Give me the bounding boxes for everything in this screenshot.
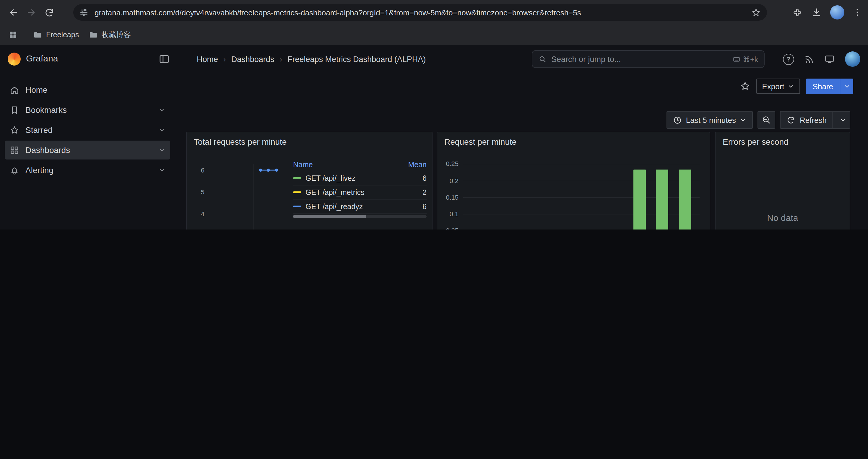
legend-col-mean[interactable]: Mean <box>401 161 427 169</box>
bookmark-star-icon[interactable] <box>751 7 761 18</box>
series-color-swatch <box>293 205 301 207</box>
sidebar-item-starred[interactable]: Starred <box>5 121 170 139</box>
sidebar-item-bookmarks[interactable]: Bookmarks <box>5 100 170 119</box>
browser-toolbar: grafana.mathmast.com/d/deytv4rwavabkb/fr… <box>0 0 868 25</box>
refresh-label: Refresh <box>800 116 827 124</box>
series-name[interactable]: GET /api/_readyz <box>306 202 401 210</box>
button-divider <box>832 112 833 128</box>
legend-scrollbar[interactable] <box>293 215 427 218</box>
breadcrumb-separator: › <box>223 55 226 64</box>
help-icon[interactable]: ? <box>783 54 794 65</box>
panel-request-per-minute: Request per minute 0.25 0.2 0.15 0.1 0.0… <box>437 132 710 230</box>
bookmark-label: Freeleaps <box>46 31 79 39</box>
breadcrumb-dashboards[interactable]: Dashboards <box>231 55 275 64</box>
search-input[interactable]: Search or jump to... ⌘+k <box>532 50 765 68</box>
scrollbar-thumb[interactable] <box>293 215 367 218</box>
refresh-icon <box>787 116 796 124</box>
zoom-out-button[interactable] <box>758 111 776 129</box>
sidebar-toggle-button[interactable] <box>158 53 170 65</box>
dashboard-actions: Export Share <box>740 78 853 94</box>
monitor-icon[interactable] <box>824 54 835 64</box>
reload-button[interactable] <box>40 4 58 21</box>
chevron-down-icon[interactable] <box>158 146 165 154</box>
series-mean-value: 6 <box>401 202 427 210</box>
breadcrumb: Home › Dashboards › Freeleaps Metrics Da… <box>197 45 426 73</box>
sidebar-item-home[interactable]: Home <box>5 80 170 99</box>
clock-icon <box>673 116 682 124</box>
breadcrumb-home[interactable]: Home <box>197 55 218 64</box>
bookmarks-bar: Freeleaps 收藏博客 <box>0 25 868 45</box>
downloads-icon[interactable] <box>811 7 822 18</box>
series-color-swatch <box>293 191 301 193</box>
brand-title: Grafana <box>26 53 58 63</box>
rss-icon[interactable] <box>804 54 814 64</box>
legend-table: Name Mean GET /api/_livez 6 GET /api/_me… <box>293 158 427 214</box>
y-axis-label: 5 <box>189 189 205 196</box>
series-mean-value: 2 <box>401 188 427 196</box>
search-placeholder: Search or jump to... <box>551 55 728 64</box>
bookmark-item-freeleaps[interactable]: Freeleaps <box>28 28 84 42</box>
time-range-picker[interactable]: Last 5 minutes <box>666 111 753 129</box>
y-axis-label: 4 <box>189 210 205 218</box>
refresh-button[interactable]: Refresh <box>780 111 850 129</box>
y-axis-label: 0.25 <box>441 160 459 167</box>
chevron-down-icon[interactable] <box>158 106 165 113</box>
bar-2xx[interactable] <box>656 169 668 230</box>
series-mean-value: 6 <box>401 174 427 182</box>
sidebar-item-label: Home <box>25 85 48 95</box>
chevron-down-icon <box>740 117 747 123</box>
sidebar-item-dashboards[interactable]: Dashboards <box>5 140 170 160</box>
grafana-logo-icon[interactable] <box>8 53 21 66</box>
panel-title[interactable]: Errors per second <box>716 132 850 149</box>
share-button[interactable]: Share <box>806 78 853 94</box>
breadcrumb-current-page: Freeleaps Metrics Dashboard (ALPHA) <box>287 55 426 64</box>
tune-icon[interactable] <box>79 8 89 17</box>
bar-2xx[interactable] <box>679 169 691 230</box>
browser-toolbar-right <box>793 0 862 25</box>
y-axis-label: 6 <box>189 167 205 174</box>
back-button[interactable] <box>5 4 23 21</box>
chevron-down-icon[interactable] <box>158 126 165 133</box>
y-axis-label: 0.05 <box>441 227 459 230</box>
grafana-header: Grafana Home › Dashboards › Freeleaps Me… <box>0 45 868 74</box>
extensions-icon[interactable] <box>793 7 803 18</box>
bookmark-icon <box>9 105 20 115</box>
refresh-interval-chevron[interactable] <box>836 117 850 123</box>
panel-total-requests-per-minute: Total requests per minute 6 5 4 3 2 17:4… <box>186 132 433 230</box>
timeseries-chart[interactable] <box>207 162 289 230</box>
legend-col-name[interactable]: Name <box>293 161 401 169</box>
series-name[interactable]: GET /api/_livez <box>306 174 401 182</box>
browser-profile-avatar[interactable] <box>830 5 844 20</box>
apps-grid-icon[interactable] <box>8 30 18 40</box>
export-button[interactable]: Export <box>756 78 800 94</box>
sidebar-item-label: Bookmarks <box>25 105 67 114</box>
sidebar-item-label: Alerting <box>25 165 54 175</box>
chevron-down-icon <box>788 83 795 90</box>
forward-button[interactable] <box>23 4 40 21</box>
home-icon <box>9 85 20 95</box>
reload-icon <box>44 7 54 18</box>
bell-icon <box>9 165 20 175</box>
sidebar-item-alerting[interactable]: Alerting <box>5 161 170 179</box>
share-menu-chevron[interactable] <box>840 83 853 90</box>
zoom-out-icon <box>762 115 771 125</box>
sidebar-item-label: Starred <box>25 125 53 135</box>
no-data-message: No data <box>716 150 850 230</box>
y-axis-label: 0.1 <box>441 210 459 218</box>
panel-title[interactable]: Request per minute <box>437 132 710 149</box>
bar-2xx[interactable] <box>633 169 646 230</box>
url-bar[interactable]: grafana.mathmast.com/d/deytv4rwavabkb/fr… <box>73 4 767 21</box>
panel-title[interactable]: Total requests per minute <box>187 132 432 149</box>
chevron-down-icon[interactable] <box>158 167 165 174</box>
y-axis-label: 0.2 <box>441 177 459 184</box>
grafana-user-avatar[interactable] <box>845 52 860 67</box>
series-name[interactable]: GET /api/_metrics <box>306 188 401 196</box>
favorite-star-icon[interactable] <box>740 81 750 92</box>
bookmark-item-blogs[interactable]: 收藏博客 <box>84 28 135 42</box>
series-color-swatch <box>293 177 301 179</box>
export-label: Export <box>762 82 784 91</box>
url-text[interactable]: grafana.mathmast.com/d/deytv4rwavabkb/fr… <box>95 8 751 17</box>
sidebar-nav: Home Bookmarks Starred Dashboards Alerti… <box>0 73 177 230</box>
keyboard-icon <box>733 55 740 63</box>
browser-menu-icon[interactable] <box>852 8 862 17</box>
